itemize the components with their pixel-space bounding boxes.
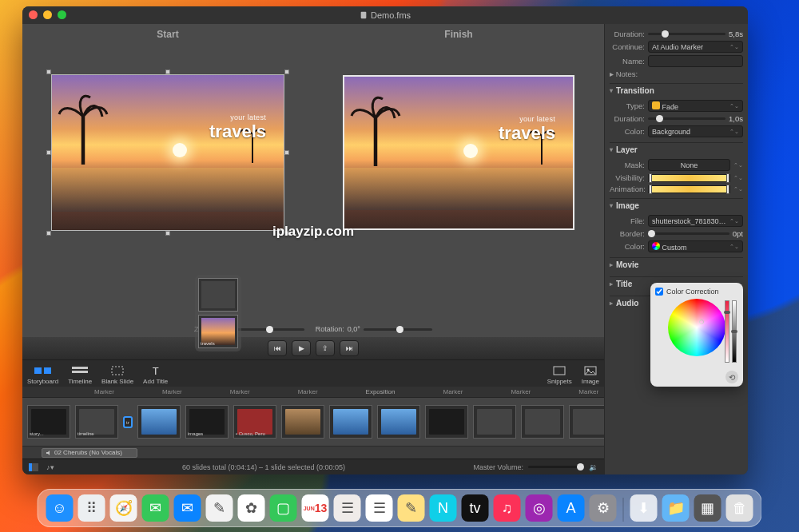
color-correction-checkbox[interactable]: Color Correction — [655, 288, 738, 296]
rotation-slider-knob[interactable] — [396, 326, 403, 333]
ruler-marker[interactable]: Marker — [443, 388, 463, 395]
image-section-header[interactable]: Image — [610, 198, 743, 212]
image-color-select[interactable]: Custom⌃⌄ — [648, 240, 743, 252]
dock-icon-finder[interactable]: ☺ — [46, 494, 74, 522]
storyboard-thumbnail[interactable] — [569, 405, 604, 439]
dock-icon-tv[interactable]: tv — [462, 494, 489, 522]
window-close-button[interactable] — [29, 10, 38, 19]
dock: ☺⠿🧭✉✉✎✿▢JUN13☰☰✎Ntv♫◎A⚙⬇📁▦🗑 — [38, 489, 762, 527]
image-button[interactable]: Image — [577, 364, 604, 387]
notes-toggle[interactable]: ▸ Notes: — [610, 69, 638, 78]
storyboard-thumbnail[interactable]: travels — [123, 416, 133, 428]
blank-slide-button[interactable]: Blank Slide — [97, 364, 138, 387]
storyboard-thumbnail[interactable] — [377, 405, 420, 439]
status-bar: ♪▾ 60 slides total (0:04:14) – 1 slide s… — [22, 459, 604, 474]
dock-icon-app-thumb[interactable]: ▦ — [694, 494, 721, 522]
storyboard-thumbnail[interactable] — [281, 405, 324, 439]
saturation-bar[interactable] — [725, 300, 729, 363]
audio-note-icon[interactable]: ♪▾ — [46, 463, 54, 471]
titlebar: Demo.fms — [22, 6, 748, 24]
dock-icon-safari[interactable]: 🧭 — [110, 494, 137, 522]
transition-section-header[interactable]: Transition — [610, 83, 743, 97]
preview-start-slide[interactable]: your latest travels — [52, 75, 284, 230]
ruler-marker[interactable]: Marker — [511, 388, 531, 395]
slide-title: travels — [499, 123, 555, 144]
rotation-control[interactable]: Rotation: 0,0° — [316, 325, 432, 333]
ruler-marker[interactable]: Marker — [162, 388, 182, 395]
dock-icon-reminders[interactable]: ☰ — [366, 494, 393, 522]
ruler-marker[interactable]: Exposition — [366, 388, 396, 395]
storyboard-thumbnail[interactable] — [425, 405, 468, 439]
share-button[interactable]: ⇪ — [316, 340, 335, 356]
dock-icon-settings[interactable]: ⚙ — [590, 494, 617, 522]
storyboard-thumbnail[interactable]: timeline — [75, 405, 118, 439]
svg-rect-5 — [112, 367, 123, 375]
duration-slider[interactable] — [648, 33, 725, 35]
window-zoom-button[interactable] — [58, 10, 66, 19]
storyboard-thumbnail[interactable]: story... — [27, 405, 70, 439]
file-select[interactable]: shutterstock_7818302…⌃⌄ — [648, 215, 743, 227]
storyboard-thumbnail[interactable] — [137, 405, 181, 439]
storyboard-thumbnail[interactable]: images — [185, 405, 229, 439]
dock-icon-music[interactable]: ♫ — [494, 494, 521, 522]
dock-icon-freeform[interactable]: ✎ — [206, 494, 233, 522]
dragged-thumbnail[interactable]: travels — [195, 275, 241, 351]
visibility-track[interactable] — [648, 174, 730, 182]
dock-icon-notes[interactable]: ✎ — [398, 494, 425, 522]
color-reset-button[interactable]: ⟲ — [725, 371, 738, 383]
fastforward-button[interactable]: ⏭ — [340, 340, 359, 356]
preview-pair: Start your latest travels — [22, 24, 604, 320]
border-slider[interactable] — [648, 232, 729, 235]
add-title-button[interactable]: T Add Title — [138, 364, 173, 387]
dock-icon-downloads[interactable]: ⬇ — [630, 494, 658, 522]
ruler-marker[interactable]: Marker — [94, 388, 114, 395]
timeline-tab[interactable]: Timeline — [63, 364, 97, 387]
dock-icon-appstore[interactable]: A — [558, 494, 585, 522]
dock-icon-photos[interactable]: ✿ — [238, 494, 265, 522]
transition-duration-slider[interactable] — [648, 117, 725, 120]
layer-section-header[interactable]: Layer — [610, 142, 743, 157]
storyboard-tab[interactable]: Storyboard — [22, 364, 63, 387]
dock-icon-facetime[interactable]: ▢ — [270, 494, 297, 522]
window-minimize-button[interactable] — [43, 10, 52, 19]
dock-icon-news[interactable]: N — [430, 494, 457, 522]
continue-select[interactable]: At Audio Marker⌃⌄ — [648, 41, 743, 53]
dock-icon-launchpad[interactable]: ⠿ — [78, 494, 105, 522]
mask-select[interactable]: None — [648, 159, 730, 171]
marker-ruler[interactable]: MarkerMarkerMarkerMarkerExpositionMarker… — [22, 387, 604, 398]
ruler-marker[interactable]: Marker — [578, 388, 598, 395]
dock-icon-trash[interactable]: 🗑 — [726, 494, 753, 522]
brightness-bar[interactable] — [732, 300, 737, 363]
storyboard-strip[interactable]: story...timelinetravelsimages• Cusco, Pe… — [22, 398, 604, 446]
transition-type-select[interactable]: Fade⌃⌄ — [648, 100, 743, 112]
preview-finish-slide[interactable]: your latest travels — [343, 75, 574, 230]
dock-icon-podcasts[interactable]: ◎ — [526, 494, 553, 522]
zoom-slider-knob[interactable] — [266, 326, 273, 333]
dock-icon-mail[interactable]: ✉ — [174, 494, 201, 522]
storyboard-thumbnail[interactable] — [473, 405, 516, 439]
animation-track[interactable] — [648, 185, 730, 193]
storyboard-thumbnail[interactable] — [329, 405, 372, 439]
storyboard-thumbnail[interactable] — [521, 405, 564, 439]
storyboard-thumbnail[interactable]: • Cusco, Peru — [233, 405, 276, 439]
master-volume-slider[interactable] — [528, 466, 584, 468]
play-button[interactable]: ▶ — [292, 340, 311, 356]
preview-finish-label: Finish — [444, 29, 472, 40]
ruler-marker[interactable]: Marker — [298, 388, 318, 395]
transition-color-select[interactable]: Background⌃⌄ — [648, 125, 743, 137]
dock-icon-folder[interactable]: 📁 — [662, 494, 690, 522]
dock-icon-contacts[interactable]: ☰ — [334, 494, 361, 522]
ruler-marker[interactable]: Marker — [230, 388, 250, 395]
audio-icon — [46, 450, 52, 456]
snippets-button[interactable]: Snippets — [543, 364, 577, 387]
color-wheel[interactable] — [668, 299, 725, 356]
zoom-rotation-row: Zoom: 89% Rotation: 0,0° — [22, 321, 604, 337]
dock-icon-calendar[interactable]: JUN13 — [302, 494, 329, 522]
movie-section-header[interactable]: Movie — [610, 257, 743, 272]
audio-track[interactable]: 02 Cherubs (No Vocals) — [22, 446, 604, 459]
name-input[interactable] — [648, 55, 743, 67]
audio-clip[interactable]: 02 Cherubs (No Vocals) — [42, 448, 137, 458]
dock-icon-messages[interactable]: ✉ — [142, 494, 169, 522]
view-mode-icon[interactable] — [29, 463, 38, 471]
rewind-button[interactable]: ⏮ — [268, 340, 287, 356]
